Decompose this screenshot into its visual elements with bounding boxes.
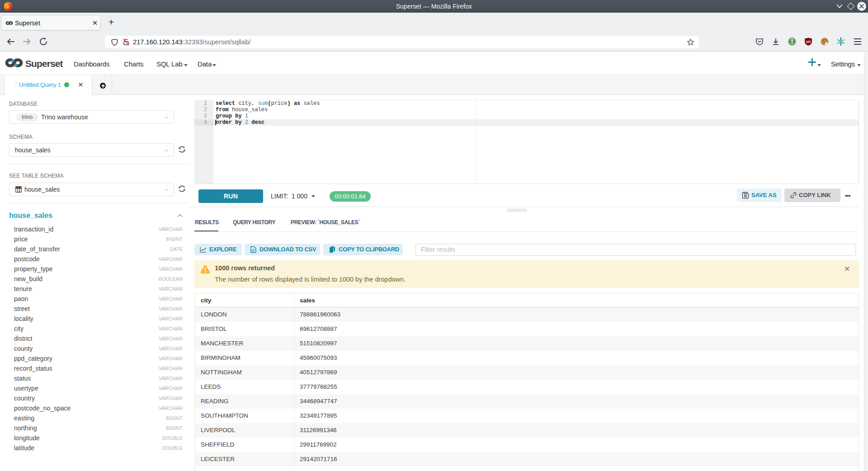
svg-text:UO: UO: [806, 40, 811, 43]
